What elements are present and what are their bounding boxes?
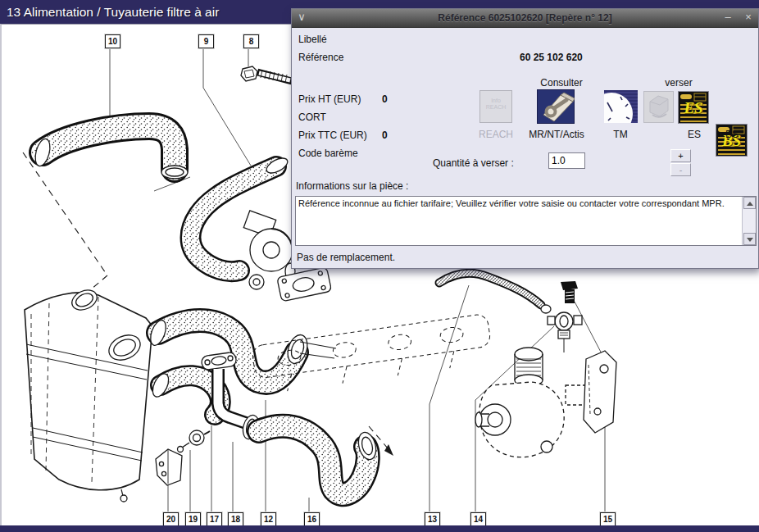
scroll-down-button[interactable] — [743, 233, 756, 245]
tm-button[interactable] — [604, 90, 638, 123]
reference-dialog: ∨ Référence 6025102620 [Repère n° 12] – … — [291, 8, 759, 269]
quantity-minus-button[interactable]: - — [670, 163, 691, 176]
informations-text: Référence inconnue au fichier tarifaire;… — [298, 198, 739, 208]
informations-label: Informations sur la pièce : — [296, 180, 408, 192]
reach-label: REACH — [471, 129, 520, 140]
verser-disabled-button[interactable] — [643, 91, 674, 123]
bottom-bar — [0, 525, 759, 532]
consulter-header: Consulter — [525, 77, 598, 89]
mr-nt-actis-label: MR/NT/Actis — [524, 129, 589, 140]
reach-icon: Info — [480, 98, 511, 104]
quantity-input[interactable] — [548, 152, 585, 169]
callout-17[interactable]: 17 — [207, 512, 222, 526]
gauge-icon — [604, 90, 638, 123]
callout-15[interactable]: 15 — [600, 512, 616, 526]
manual-wrench-icon — [537, 89, 575, 124]
label-prix-ht: Prix HT (EUR) — [298, 93, 361, 105]
callout-10[interactable]: 10 — [105, 34, 120, 48]
info-scrollbar[interactable] — [742, 197, 756, 245]
prix-ttc-value: 0 — [382, 130, 388, 141]
callout-13[interactable]: 13 — [425, 512, 440, 526]
callout-12[interactable]: 12 — [261, 512, 276, 526]
reach-button[interactable]: Info REACH — [479, 90, 512, 123]
dialog-title: Référence 6025102620 [Repère n° 12] — [292, 9, 758, 27]
callout-19[interactable]: 19 — [185, 512, 201, 526]
dialog-titlebar[interactable]: ∨ Référence 6025102620 [Repère n° 12] – … — [292, 9, 758, 28]
callout-8[interactable]: 8 — [243, 34, 259, 48]
callout-16[interactable]: 16 — [304, 512, 320, 526]
label-reference: Référence — [298, 52, 343, 63]
callout-20[interactable]: 20 — [163, 512, 179, 526]
tm-label: TM — [596, 129, 645, 140]
label-libelle: Libellé — [298, 34, 327, 45]
application-window: 13 Alimentation / Tuyauterie filtre à ai… — [0, 0, 759, 532]
close-icon[interactable]: × — [740, 9, 757, 27]
informations-textarea[interactable]: Référence inconnue au fichier tarifaire;… — [295, 196, 757, 246]
label-prix-ttc: Prix TTC (EUR) — [298, 130, 367, 141]
box-icon — [644, 92, 673, 122]
verser-header: verser — [642, 77, 716, 89]
label-code-bareme: Code barème — [298, 148, 358, 159]
bs-label: BS — [707, 129, 757, 140]
label-cort: CORT — [298, 111, 326, 123]
quantity-label: Quantité à verser : — [433, 157, 514, 169]
callout-18[interactable]: 18 — [228, 512, 243, 526]
callout-14[interactable]: 14 — [470, 512, 486, 526]
es-icon-text: ES — [679, 99, 708, 117]
scroll-up-icon — [747, 202, 753, 206]
pas-remplacement-text: Pas de remplacement. — [297, 252, 395, 263]
scroll-up-button[interactable] — [743, 197, 756, 209]
scroll-down-icon — [747, 238, 753, 242]
es-button[interactable]: ES — [678, 91, 709, 124]
mr-nt-actis-button[interactable] — [537, 89, 575, 124]
reference-value: 60 25 102 620 — [520, 52, 583, 63]
minimize-icon[interactable]: – — [720, 9, 736, 27]
prix-ht-value: 0 — [382, 93, 388, 105]
callout-9[interactable]: 9 — [198, 34, 214, 48]
quantity-plus-button[interactable]: + — [670, 149, 691, 162]
